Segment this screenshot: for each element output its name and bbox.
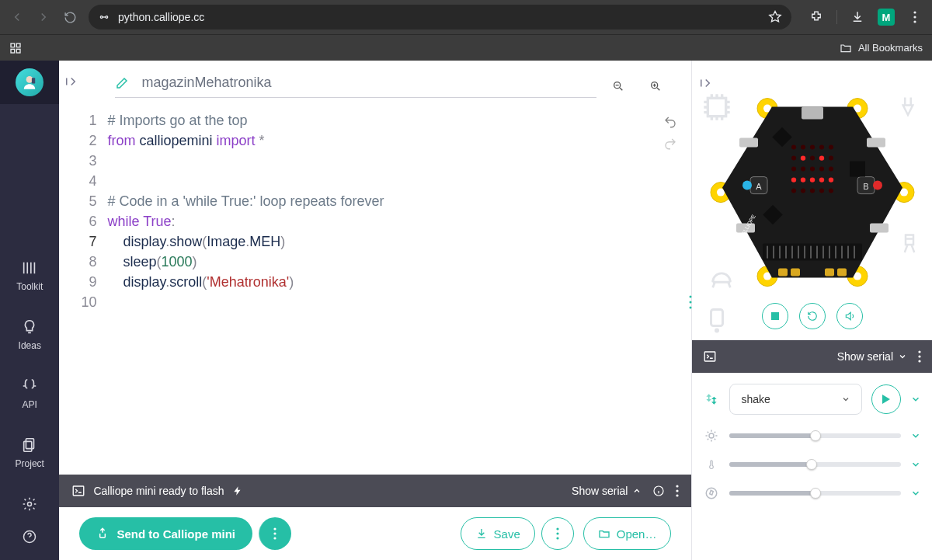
browser-menu-icon[interactable] [907, 9, 923, 25]
compass-icon [703, 486, 720, 500]
light-icon [703, 429, 720, 443]
svg-point-22 [676, 485, 679, 487]
svg-point-61 [810, 167, 815, 172]
gesture-select[interactable]: shake [729, 384, 862, 415]
svg-point-50 [801, 145, 805, 150]
save-more-icon[interactable] [541, 517, 574, 550]
save-button[interactable]: Save [461, 517, 535, 550]
svg-point-85 [873, 181, 882, 190]
svg-point-72 [819, 189, 824, 193]
terminal-icon[interactable] [703, 350, 717, 363]
app-logo[interactable] [16, 68, 43, 96]
svg-point-23 [676, 489, 679, 492]
send-more-icon[interactable] [259, 517, 291, 550]
redo-icon[interactable] [663, 137, 677, 151]
svg-point-60 [801, 167, 805, 172]
svg-rect-11 [26, 439, 34, 449]
temperature-expand-icon[interactable] [910, 459, 921, 470]
svg-point-26 [274, 532, 276, 534]
site-info-icon[interactable] [98, 11, 110, 23]
svg-point-58 [829, 156, 833, 161]
svg-rect-20 [74, 486, 85, 496]
nav-project[interactable]: Project [16, 437, 44, 469]
svg-point-118 [918, 355, 920, 357]
status-menu-icon[interactable] [676, 485, 679, 497]
svg-point-119 [918, 360, 920, 362]
simulator-canvas: A B [692, 61, 932, 340]
svg-rect-112 [825, 269, 834, 277]
nav-ideas[interactable]: Ideas [19, 318, 41, 351]
svg-rect-106 [739, 138, 758, 148]
url-text: python.calliope.cc [118, 11, 204, 23]
edit-name-icon[interactable] [115, 76, 129, 90]
svg-point-33 [716, 329, 718, 332]
download-icon[interactable] [850, 9, 865, 25]
light-expand-icon[interactable] [910, 430, 921, 441]
svg-point-73 [829, 189, 833, 193]
terminal-icon[interactable] [71, 484, 85, 498]
info-icon[interactable] [652, 485, 665, 497]
compass-slider[interactable] [729, 491, 901, 496]
svg-point-56 [810, 156, 815, 161]
gesture-expand-icon[interactable] [910, 394, 921, 405]
serial-menu-icon[interactable] [918, 350, 921, 363]
svg-point-52 [819, 145, 824, 150]
line-gutter: 12345678910 [70, 110, 104, 475]
extensions-icon[interactable] [809, 9, 824, 25]
svg-point-76 [791, 177, 796, 182]
svg-point-78 [810, 177, 815, 182]
zoom-out-icon[interactable] [607, 75, 629, 97]
svg-point-69 [791, 189, 796, 193]
svg-point-29 [556, 532, 558, 534]
open-button[interactable]: Open… [583, 517, 672, 550]
gesture-play-button[interactable] [871, 384, 901, 414]
send-button[interactable]: Send to Calliope mini [79, 517, 252, 550]
nav-api[interactable]: API [21, 377, 38, 410]
svg-point-49 [791, 145, 796, 150]
back-button[interactable] [9, 9, 25, 25]
svg-point-75 [819, 155, 824, 160]
compass-expand-icon[interactable] [910, 488, 921, 499]
help-icon[interactable] [22, 529, 37, 544]
collapse-left-icon[interactable] [64, 75, 78, 89]
show-serial-toggle[interactable]: Show serial [837, 350, 907, 363]
svg-point-3 [913, 16, 916, 18]
apps-icon[interactable] [9, 42, 22, 54]
project-name[interactable]: magazinMehatronika [141, 75, 271, 91]
nav-toolkit[interactable]: Toolkit [16, 259, 43, 292]
svg-point-4 [913, 20, 916, 23]
svg-point-30 [556, 537, 558, 539]
all-bookmarks-button[interactable]: All Bookmarks [840, 42, 923, 54]
svg-text:B: B [863, 182, 868, 191]
svg-rect-109 [870, 224, 889, 233]
sound-button[interactable] [836, 303, 863, 329]
svg-text:A: A [756, 182, 762, 191]
temperature-slider[interactable] [729, 462, 901, 467]
svg-point-79 [819, 177, 824, 182]
stop-button[interactable] [762, 303, 788, 329]
thermometer-icon [703, 457, 720, 472]
reload-button[interactable] [62, 9, 78, 25]
svg-rect-12 [24, 441, 32, 451]
svg-point-1 [106, 16, 108, 19]
svg-point-121 [707, 488, 718, 499]
device-simulator[interactable]: A B [704, 92, 921, 294]
status-text: Calliope mini ready to flash [93, 485, 224, 497]
bookmarks-bar: All Bookmarks [0, 34, 932, 61]
bookmark-star-icon[interactable] [768, 10, 782, 24]
restart-button[interactable] [799, 303, 826, 329]
svg-point-82 [742, 181, 752, 190]
undo-icon[interactable] [663, 115, 677, 129]
light-slider[interactable] [729, 433, 901, 438]
svg-point-53 [829, 145, 833, 150]
svg-rect-87 [763, 244, 862, 261]
simulator-panel: A B [691, 61, 932, 560]
profile-badge[interactable]: M [878, 9, 895, 26]
url-bar[interactable]: python.calliope.cc [89, 5, 791, 30]
settings-icon[interactable] [22, 496, 37, 512]
forward-button[interactable] [36, 9, 51, 25]
zoom-in-icon[interactable] [645, 75, 666, 97]
code-editor[interactable]: 12345678910 # Imports go at the top from… [59, 107, 691, 475]
svg-point-74 [801, 155, 805, 160]
show-serial-toggle[interactable]: Show serial [572, 485, 642, 497]
